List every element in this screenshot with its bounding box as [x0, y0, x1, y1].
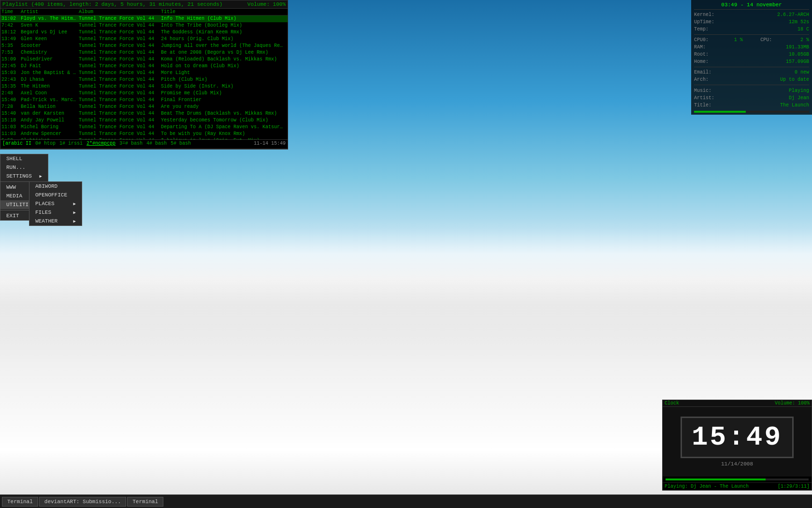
playlist-row[interactable]: 15:35The HitmenTunnel Trance Force Vol 4…: [0, 83, 288, 90]
context-menu-item[interactable]: SETTINGS▶: [0, 172, 48, 180]
playlist-row[interactable]: 22:45DJ FaitTunnel Trance Force Vol 44Ho…: [0, 63, 288, 70]
ram-value: 191.33MB: [786, 44, 809, 51]
root-value: 10.05GB: [789, 51, 809, 58]
playlist-header: Time Artist Album Title: [0, 9, 288, 15]
music-status: Playing: [789, 87, 809, 94]
terminal-tab[interactable]: 2*#ncmpcpp: [87, 141, 116, 146]
clock-display: 15:49 11/14/2008: [663, 407, 812, 477]
clock-position: [1:29/3:11]: [778, 484, 810, 489]
playlist-row[interactable]: 5:35ScooterTunnel Trance Force Vol 44Jum…: [0, 43, 288, 49]
clock-title: Clock: [665, 401, 679, 406]
taskbar: TerminaldeviantART: Submissio...Terminal: [0, 494, 812, 508]
playlist-row[interactable]: 7:42Sven KTunnel Trance Force Vol 44Into…: [0, 22, 288, 29]
music-label: Music:: [694, 87, 718, 94]
terminal-tab[interactable]: 4# bash: [146, 141, 167, 146]
playlist-row[interactable]: 11:03Michel BoringTunnel Trance Force Vo…: [0, 124, 288, 131]
temp-value: 18 C: [798, 26, 809, 33]
uptime-value: 12m 52s: [789, 18, 809, 26]
playlist-row[interactable]: 15:40Pad-Trick vs. Marco-BTunnel Trance …: [0, 97, 288, 104]
col-time: Time: [1, 9, 21, 15]
title-value: The Launch: [780, 102, 809, 109]
playlist-row[interactable]: 31:02Floyd vs. The HitmenTunnel Trance F…: [0, 15, 288, 22]
title-label: Title:: [694, 102, 718, 109]
playlist-row[interactable]: 15:09PulsedriverTunnel Trance Force Vol …: [0, 56, 288, 63]
terminal-content: [arabic II0# htop1# irssi2*#ncmpcpp3=# b…: [0, 140, 288, 147]
playlist-row[interactable]: 15:18Andy Jay PowellTunnel Trance Force …: [0, 117, 288, 124]
root-label: Root:: [694, 51, 718, 58]
clock-date: 11/14/2008: [667, 461, 807, 467]
email-label: Email:: [694, 69, 718, 76]
terminal-tab[interactable]: 1# irssi: [59, 141, 83, 146]
utilities-submenu-item[interactable]: FILES▶: [29, 208, 82, 217]
ram-label: RAM:: [694, 44, 718, 51]
clock-progress-fill: [666, 478, 766, 480]
terminal-prompt: [arabic II: [2, 141, 31, 146]
playlist-row[interactable]: 13:49Glen KeenTunnel Trance Force Vol 44…: [0, 36, 288, 43]
clock-playing: Playing: Dj Jean - The Launch: [665, 484, 749, 489]
terminal-window: [arabic II0# htop1# irssi2*#ncmpcpp3=# b…: [0, 139, 288, 149]
playlist-row[interactable]: 18:12Begard vs Dj LeeTunnel Trance Force…: [0, 29, 288, 36]
context-menu-item[interactable]: RUN...: [0, 163, 48, 172]
artist-value: Dj Jean: [789, 94, 809, 102]
sysinfo-panel: 03:49 - 14 november Kernel: 2.6.27-ARCH …: [691, 0, 812, 115]
clock-statusbar: Playing: Dj Jean - The Launch [1:29/3:11…: [663, 482, 812, 490]
cpu0-label: CPU0:: [694, 36, 718, 44]
playlist-title: Playlist (400 items, length: 2 days, 5 h…: [2, 1, 222, 7]
playlist-content: 31:02Floyd vs. The HitmenTunnel Trance F…: [0, 15, 288, 142]
taskbar-item[interactable]: Terminal: [2, 497, 38, 507]
playlist-row[interactable]: 15:03Jon the Baptist & DJ Chuck-ETunnel …: [0, 70, 288, 76]
clock-widget: Clock Volume: 100% 15:49 11/14/2008 Play…: [662, 400, 812, 491]
playlist-volume: Volume: 100%: [247, 1, 286, 7]
home-value: 157.09GB: [786, 58, 809, 65]
playlist-row[interactable]: 15:40van der KarstenTunnel Trance Force …: [0, 110, 288, 117]
playlist-row[interactable]: 7:53ChemistryTunnel Trance Force Vol 44B…: [0, 49, 288, 56]
taskbar-item[interactable]: deviantART: Submissio...: [39, 497, 126, 507]
utilities-submenu-item[interactable]: PLACES▶: [29, 199, 82, 208]
home-label: Home:: [694, 58, 718, 65]
playlist-titlebar: Playlist (400 items, length: 2 days, 5 h…: [0, 0, 288, 9]
clock-titlebar: Clock Volume: 100%: [663, 400, 812, 407]
email-value: 0 new: [795, 69, 809, 76]
col-artist: Artist: [21, 9, 79, 15]
playlist-row[interactable]: 11:03Andrew SpencerTunnel Trance Force V…: [0, 131, 288, 137]
clock-volume: Volume: 100%: [775, 401, 810, 406]
terminal-tab[interactable]: 0# htop: [35, 141, 56, 146]
context-menu-item[interactable]: SHELL: [0, 154, 48, 163]
playlist-row[interactable]: 7:28Bella NationTunnel Trance Force Vol …: [0, 104, 288, 110]
kernel-value: 2.6.27-ARCH: [777, 11, 809, 18]
utilities-submenu-item[interactable]: WEATHER▶: [29, 217, 82, 225]
playlist-row[interactable]: 22:43DJ LhasaTunnel Trance Force Vol 44P…: [0, 76, 288, 83]
arch-value: Up to date: [780, 76, 809, 83]
arch-label: Arch:: [694, 76, 718, 83]
col-title: Title: [161, 9, 287, 15]
taskbar-item[interactable]: Terminal: [127, 497, 163, 507]
artist-label: Artist:: [694, 94, 718, 102]
terminal-time: 11-14 15:49: [254, 141, 286, 146]
submenu-utilities: ABIWORDOPENOFFICEPLACES▶FILES▶WEATHER▶: [29, 181, 82, 226]
datetime-display: 03:49 - 14 november: [694, 2, 809, 8]
terminal-tab[interactable]: 3=# bash: [119, 141, 143, 146]
kernel-label: Kernel:: [694, 11, 718, 18]
playlist-window: Playlist (400 items, length: 2 days, 5 h…: [0, 0, 288, 149]
clock-progress: [666, 478, 809, 480]
uptime-label: UpTime:: [694, 18, 718, 26]
cpu1-value: 2 %: [800, 36, 809, 44]
utilities-submenu-item[interactable]: OPENOFFICE: [29, 191, 82, 199]
terminal-tab[interactable]: 5# bash: [171, 141, 191, 146]
cpu0-value: 1 %: [734, 36, 743, 44]
utilities-submenu-item[interactable]: ABIWORD: [29, 182, 82, 191]
playlist-row[interactable]: 2:48Axel CoonTunnel Trance Force Vol 44P…: [0, 90, 288, 97]
temp-label: Temp:: [694, 26, 718, 33]
col-album: Album: [79, 9, 161, 15]
clock-time: 15:49: [681, 417, 794, 458]
